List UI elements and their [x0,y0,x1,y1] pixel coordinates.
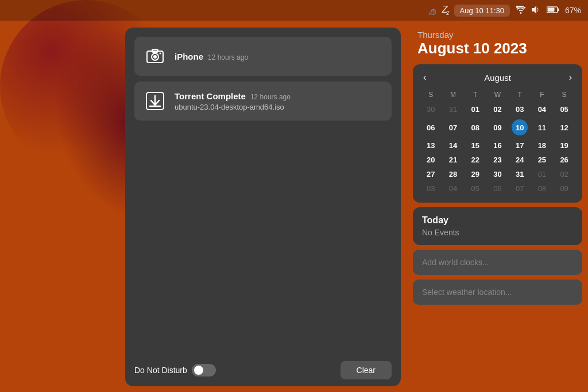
calendar-day[interactable]: 30 [486,167,509,181]
weekday-m: M [442,90,465,102]
weekday-s1: S [420,90,442,102]
calendar-day[interactable]: 26 [553,153,575,167]
calendar-day[interactable]: 18 [531,138,554,153]
calendar-week-row: 13141516171819 [420,138,575,153]
svg-point-7 [160,53,161,55]
notification-iphone-time: 12 hours ago [208,53,248,61]
calendar-day[interactable]: 09 [553,181,575,196]
calendar-day[interactable]: 03 [420,181,442,196]
svg-rect-2 [547,8,554,12]
calendar-day[interactable]: 05 [464,181,486,196]
calendar-week-row: 06070809101112 [420,117,575,138]
calendar-day[interactable]: 02 [553,167,575,181]
date-full: August 10 2023 [417,40,578,57]
calendar-day[interactable]: 30 [420,102,442,117]
calendar-day[interactable]: 29 [464,167,486,181]
calendar-day[interactable]: 31 [442,102,465,117]
calendar-day[interactable]: 01 [531,167,554,181]
notification-footer: Do Not Disturb Clear [134,356,392,379]
calendar-day[interactable]: 07 [442,117,465,138]
dnd-toggle[interactable] [192,364,216,377]
calendar-day[interactable]: 12 [553,117,575,138]
events-empty: No Events [422,228,573,237]
calendar-day[interactable]: 10 [509,117,531,138]
notification-spacer [134,126,392,356]
calendar-body: 3031010203040506070809101112131415161718… [420,102,575,196]
calendar-day[interactable]: 31 [509,167,531,181]
calendar-day[interactable]: 07 [509,181,531,196]
accessibility-icon: 🦽 [427,6,436,15]
weekday-w: W [486,90,509,102]
calendar-day[interactable]: 22 [464,153,486,167]
events-title: Today [422,215,573,226]
calendar-panel: Thursday August 10 2023 ‹ August › S M T… [413,28,582,386]
calendar-day[interactable]: 28 [442,167,465,181]
notification-torrent-content: Torrent Complete 12 hours ago ubuntu-23.… [175,91,382,111]
weekday-t2: T [509,90,531,102]
calendar-day[interactable]: 21 [442,153,465,167]
calendar-day[interactable]: 19 [553,138,575,153]
calendar-month: August [484,73,511,83]
calendar-day[interactable]: 14 [442,138,465,153]
calendar-day[interactable]: 06 [486,181,509,196]
calendar-day[interactable]: 15 [464,138,486,153]
iphone-camera-icon [144,45,167,68]
torrent-icon [144,90,167,112]
calendar-day[interactable]: 01 [464,102,486,117]
calendar-nav: ‹ August › [420,71,575,84]
world-clock-button[interactable]: Add world clocks... [413,250,582,275]
calendar-day[interactable]: 06 [420,117,442,138]
calendar-day[interactable]: 08 [531,181,554,196]
calendar-weekday-row: S M T W T F S [420,90,575,102]
calendar-day[interactable]: 24 [509,153,531,167]
calendar-day[interactable]: 16 [486,138,509,153]
calendar-day[interactable]: 03 [509,102,531,117]
dnd-row: Do Not Disturb [134,364,216,377]
notification-iphone-content: iPhone 12 hours ago [175,52,382,61]
notification-iphone[interactable]: iPhone 12 hours ago [134,37,392,76]
battery-icon [547,6,559,15]
svg-point-5 [153,55,157,59]
calendar-day[interactable]: 04 [442,181,465,196]
calendar-week-row: 03040506070809 [420,181,575,196]
notification-torrent-app: Torrent Complete [175,91,246,101]
calendar-day[interactable]: 02 [486,102,509,117]
battery-percent: 67% [565,6,581,15]
calendar-day[interactable]: 20 [420,153,442,167]
notification-torrent-body: ubuntu-23.04-desktop-amd64.iso [175,103,382,111]
events-widget: Today No Events [413,207,582,245]
calendar-week-row: 27282930310102 [420,167,575,181]
weekday-t1: T [464,90,486,102]
notification-torrent[interactable]: Torrent Complete 12 hours ago ubuntu-23.… [134,81,392,121]
calendar-day[interactable]: 27 [420,167,442,181]
calendar-day[interactable]: 05 [553,102,575,117]
calendar-day[interactable]: 25 [531,153,554,167]
weekday-s2: S [553,90,575,102]
topbar-icons: 🦽 Zz Aug 10 11:30 67% [427,5,581,17]
topbar: 🦽 Zz Aug 10 11:30 67% [0,0,588,21]
calendar-next-button[interactable]: › [566,71,575,84]
calendar-day[interactable]: 08 [464,117,486,138]
date-header: Thursday August 10 2023 [413,28,582,60]
calendar-day[interactable]: 13 [420,138,442,153]
calendar-day[interactable]: 04 [531,102,554,117]
calendar-day[interactable]: 11 [531,117,554,138]
date-day: Thursday [417,30,578,40]
calendar-day[interactable]: 23 [486,153,509,167]
calendar-day[interactable]: 17 [509,138,531,153]
calendar-day[interactable]: 09 [486,117,509,138]
topbar-datetime[interactable]: Aug 10 11:30 [454,5,510,17]
calendar-prev-button[interactable]: ‹ [420,71,430,84]
weekday-f: F [531,90,554,102]
weather-button[interactable]: Select weather location... [413,280,582,305]
dnd-label: Do Not Disturb [134,366,187,375]
clear-button[interactable]: Clear [341,361,392,379]
wifi-icon [516,6,526,15]
svg-rect-1 [558,9,559,11]
notification-torrent-time: 12 hours ago [250,93,291,101]
calendar-grid: S M T W T F S 30310102030405060708091011… [420,90,575,196]
volume-icon [532,6,541,15]
notification-panel: iPhone 12 hours ago Torrent Complete 12 … [125,28,401,386]
calendar-widget: ‹ August › S M T W T F S 303101020304050… [413,64,582,203]
sleep-icon: Zz [442,5,448,16]
